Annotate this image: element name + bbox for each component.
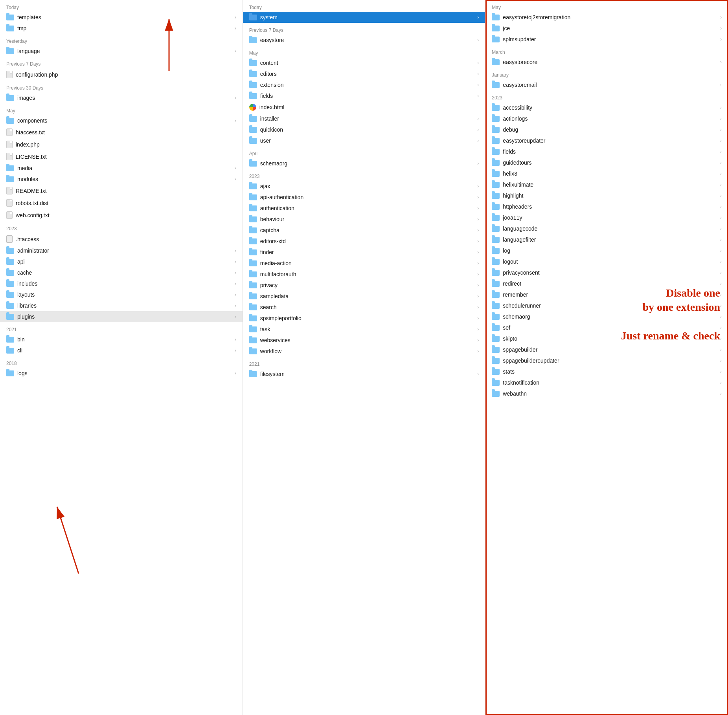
file-item[interactable]: guidedtours› bbox=[485, 157, 728, 168]
chevron-icon: › bbox=[477, 293, 479, 299]
file-item[interactable]: extension› bbox=[243, 79, 485, 90]
file-item[interactable]: components› bbox=[0, 115, 243, 126]
file-item[interactable]: highlight› bbox=[485, 190, 728, 201]
file-item[interactable]: webauthn› bbox=[485, 388, 728, 399]
file-item[interactable]: behaviour› bbox=[243, 214, 485, 225]
file-item[interactable]: ajax› bbox=[243, 181, 485, 192]
chevron-icon: › bbox=[477, 138, 479, 143]
file-item[interactable]: logs› bbox=[0, 368, 243, 379]
file-item[interactable]: easystoremail› bbox=[485, 79, 728, 90]
file-item[interactable]: cli› bbox=[0, 345, 243, 356]
file-item[interactable]: sppagebuilderoupdater› bbox=[485, 355, 728, 366]
file-item[interactable]: cache› bbox=[0, 267, 243, 278]
file-item[interactable]: languagecode› bbox=[485, 223, 728, 234]
file-item[interactable]: schedulerunner› bbox=[485, 300, 728, 311]
file-item[interactable]: debug› bbox=[485, 124, 728, 135]
file-item[interactable]: log› bbox=[485, 245, 728, 256]
file-item[interactable]: easystorecore› bbox=[485, 57, 728, 68]
file-item[interactable]: httpheaders› bbox=[485, 201, 728, 212]
file-item[interactable]: webservices› bbox=[243, 335, 485, 346]
file-item[interactable]: htaccess.txt bbox=[0, 126, 243, 138]
file-item[interactable]: language› bbox=[0, 46, 243, 57]
file-item[interactable]: fields› bbox=[485, 146, 728, 157]
file-item[interactable]: authentication› bbox=[243, 203, 485, 214]
item-name: index.html bbox=[259, 104, 479, 110]
file-item[interactable]: administrator› bbox=[0, 245, 243, 256]
file-item[interactable]: modules› bbox=[0, 174, 243, 185]
chevron-icon: › bbox=[235, 26, 236, 31]
file-item[interactable]: quickicon› bbox=[243, 124, 485, 135]
file-item[interactable]: api-authentication› bbox=[243, 192, 485, 203]
file-item[interactable]: libraries› bbox=[0, 300, 243, 311]
file-item[interactable]: web.config.txt bbox=[0, 209, 243, 221]
chevron-icon: › bbox=[235, 48, 236, 54]
file-item[interactable]: tasknotification› bbox=[485, 377, 728, 388]
file-item[interactable]: bin› bbox=[0, 334, 243, 345]
file-item[interactable]: installer› bbox=[243, 113, 485, 124]
file-item[interactable]: multifactorauth› bbox=[243, 269, 485, 280]
file-item[interactable]: schemaorg› bbox=[485, 311, 728, 322]
file-item[interactable]: spsimpleportfolio› bbox=[243, 313, 485, 324]
file-item[interactable]: skipto› bbox=[485, 333, 728, 344]
file-item[interactable]: README.txt bbox=[0, 185, 243, 197]
file-item[interactable]: task› bbox=[243, 324, 485, 335]
folder-icon bbox=[6, 292, 14, 298]
folder-icon bbox=[249, 326, 257, 332]
file-item[interactable]: remember› bbox=[485, 289, 728, 300]
file-item[interactable]: LICENSE.txt bbox=[0, 150, 243, 163]
file-item[interactable]: .htaccess bbox=[0, 233, 243, 245]
file-item[interactable]: index.php bbox=[0, 138, 243, 150]
file-item[interactable]: logout› bbox=[485, 256, 728, 267]
file-item[interactable]: configuration.php bbox=[0, 68, 243, 81]
chevron-icon: › bbox=[720, 303, 722, 308]
file-item[interactable]: finder› bbox=[243, 247, 485, 258]
file-item[interactable]: sef› bbox=[485, 322, 728, 333]
file-item[interactable]: jce› bbox=[485, 23, 728, 34]
file-item[interactable]: actionlogs› bbox=[485, 113, 728, 124]
file-item[interactable]: sampledata› bbox=[243, 291, 485, 302]
file-item[interactable]: languagefilter› bbox=[485, 234, 728, 245]
item-name: splmsupdater bbox=[503, 36, 720, 42]
file-item[interactable]: schemaorg› bbox=[243, 158, 485, 169]
file-item[interactable]: fields› bbox=[243, 90, 485, 101]
file-item[interactable]: captcha› bbox=[243, 225, 485, 236]
file-item[interactable]: index.html bbox=[243, 101, 485, 113]
file-item[interactable]: sppagebuilder› bbox=[485, 344, 728, 355]
file-item[interactable]: splmsupdater› bbox=[485, 34, 728, 45]
file-item[interactable]: filesystem› bbox=[243, 368, 485, 380]
file-item[interactable]: media› bbox=[0, 163, 243, 174]
item-name: task bbox=[260, 326, 478, 332]
file-item[interactable]: easystoretoj2storemigration› bbox=[485, 12, 728, 23]
file-item[interactable]: media-action› bbox=[243, 258, 485, 269]
file-item[interactable]: user› bbox=[243, 135, 485, 146]
file-item[interactable]: tmp› bbox=[0, 23, 243, 34]
file-item[interactable]: easystore› bbox=[243, 35, 485, 46]
chevron-icon: › bbox=[477, 337, 479, 343]
file-item[interactable]: includes› bbox=[0, 278, 243, 289]
file-item[interactable]: workflow› bbox=[243, 346, 485, 357]
file-item[interactable]: layouts› bbox=[0, 289, 243, 300]
section-header: 2021 bbox=[0, 322, 243, 334]
file-item[interactable]: editors› bbox=[243, 68, 485, 79]
item-name: user bbox=[260, 138, 478, 144]
file-item[interactable]: api› bbox=[0, 256, 243, 267]
file-item[interactable]: search› bbox=[243, 302, 485, 313]
file-item[interactable]: plugins› bbox=[0, 311, 243, 322]
file-item[interactable]: redirect› bbox=[485, 278, 728, 289]
file-item[interactable]: images› bbox=[0, 92, 243, 103]
file-item[interactable]: privacyconsent› bbox=[485, 267, 728, 278]
file-item[interactable]: templates› bbox=[0, 12, 243, 23]
item-name: plugins bbox=[17, 314, 235, 320]
item-name: languagecode bbox=[503, 226, 720, 232]
file-item[interactable]: privacy› bbox=[243, 280, 485, 291]
file-item[interactable]: robots.txt.dist bbox=[0, 197, 243, 209]
file-item[interactable]: system› bbox=[243, 12, 485, 23]
file-item[interactable]: stats› bbox=[485, 366, 728, 377]
file-item[interactable]: helix3› bbox=[485, 168, 728, 179]
file-item[interactable]: helixultimate› bbox=[485, 179, 728, 190]
file-item[interactable]: editors-xtd› bbox=[243, 236, 485, 247]
file-item[interactable]: accessibility› bbox=[485, 102, 728, 113]
file-item[interactable]: content› bbox=[243, 57, 485, 68]
file-item[interactable]: jooa11y› bbox=[485, 212, 728, 223]
file-item[interactable]: easystoreupdater› bbox=[485, 135, 728, 146]
